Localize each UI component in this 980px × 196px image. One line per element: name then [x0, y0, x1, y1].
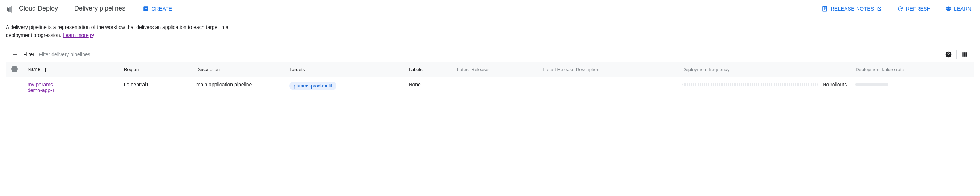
column-name[interactable]: Name — [23, 62, 119, 77]
external-link-icon — [89, 34, 94, 39]
cell-deployment-frequency: No rollouts — [678, 77, 851, 98]
column-targets[interactable]: Targets — [285, 62, 404, 77]
refresh-button[interactable]: REFRESH — [894, 3, 934, 14]
column-description[interactable]: Description — [192, 62, 285, 77]
filter-icon — [11, 51, 19, 58]
cell-labels: None — [404, 77, 453, 98]
failure-rate-bar — [856, 83, 888, 86]
description-text: A delivery pipeline is a representation … — [6, 24, 229, 38]
cloud-deploy-logo-icon — [6, 4, 14, 13]
refresh-label: REFRESH — [906, 6, 931, 11]
cell-latest-release: — — [453, 77, 539, 98]
cell-targets: params-prod-multi — [285, 77, 404, 98]
cell-description: main application pipeline — [192, 77, 285, 98]
divider — [956, 50, 957, 59]
table-row: my-params-demo-app-1 us-central1 main ap… — [6, 77, 974, 98]
column-latest-release[interactable]: Latest Release — [453, 62, 539, 77]
columns-icon[interactable] — [961, 51, 969, 58]
column-latest-release-description[interactable]: Latest Release Description — [539, 62, 678, 77]
column-region[interactable]: Region — [119, 62, 192, 77]
notes-icon — [822, 5, 828, 12]
page-title: Delivery pipelines — [74, 5, 125, 12]
row-select[interactable] — [6, 77, 23, 98]
learn-button[interactable]: LEARN — [942, 3, 974, 14]
product-name: Cloud Deploy — [19, 5, 58, 12]
learn-more-link[interactable]: Learn more — [63, 32, 94, 38]
filter-label: Filter — [23, 51, 34, 57]
frequency-sparkline — [682, 84, 818, 86]
svg-rect-5 — [966, 52, 967, 56]
learn-label: LEARN — [954, 6, 971, 11]
graduation-cap-icon — [945, 5, 952, 12]
external-link-icon — [876, 5, 883, 12]
column-deployment-failure-rate[interactable]: Deployment failure rate — [851, 62, 974, 77]
refresh-icon — [897, 5, 904, 12]
filter-input[interactable] — [39, 50, 940, 59]
column-deployment-frequency[interactable]: Deployment frequency — [678, 62, 851, 77]
sort-ascending-icon — [43, 67, 49, 72]
release-notes-label: RELEASE NOTES — [830, 6, 874, 11]
column-labels[interactable]: Labels — [404, 62, 453, 77]
cell-deployment-failure-rate: — — [851, 77, 974, 98]
plus-icon — [143, 5, 149, 12]
svg-rect-3 — [962, 52, 963, 56]
cell-name: my-params-demo-app-1 — [23, 77, 119, 98]
target-chip[interactable]: params-prod-multi — [290, 82, 336, 90]
pipelines-table: Name Region Description Targets Labels L… — [6, 62, 974, 98]
cell-latest-release-description: — — [539, 77, 678, 98]
help-icon[interactable] — [945, 51, 952, 58]
create-label: CREATE — [151, 6, 172, 11]
svg-rect-4 — [964, 52, 965, 56]
page-description: A delivery pipeline is a representation … — [6, 23, 230, 40]
frequency-label: No rollouts — [822, 82, 847, 87]
release-notes-button[interactable]: RELEASE NOTES — [819, 3, 886, 14]
cell-region: us-central1 — [119, 77, 192, 98]
divider — [67, 4, 67, 14]
create-button[interactable]: CREATE — [140, 3, 175, 14]
select-all-header[interactable] — [6, 62, 23, 77]
pipeline-name-link[interactable]: my-params-demo-app-1 — [27, 82, 64, 93]
